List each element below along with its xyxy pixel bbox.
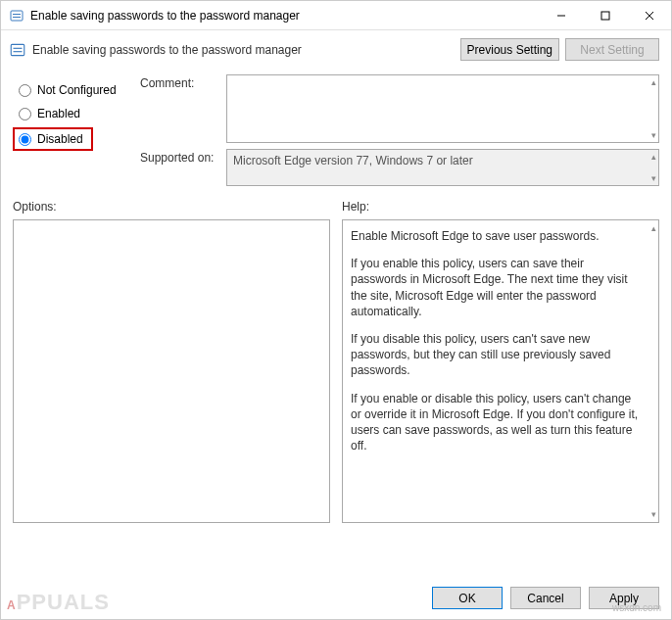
policy-editor-icon — [9, 8, 24, 24]
svg-rect-1 — [13, 14, 21, 15]
scroll-down-icon[interactable]: ▾ — [651, 130, 656, 140]
radio-enabled[interactable]: Enabled — [13, 102, 80, 125]
previous-setting-button[interactable]: Previous Setting — [460, 38, 559, 61]
help-paragraph: If you enable or disable this policy, us… — [351, 391, 641, 454]
cancel-button[interactable]: Cancel — [510, 587, 581, 609]
options-box — [13, 219, 330, 523]
radio-disabled[interactable]: Disabled — [13, 127, 93, 151]
help-paragraph: If you enable this policy, users can sav… — [351, 256, 641, 319]
options-label: Options: — [13, 200, 330, 214]
radio-disabled-label: Disabled — [37, 132, 83, 146]
ok-button[interactable]: OK — [432, 587, 503, 609]
supported-row: Supported on: Microsoft Edge version 77,… — [140, 149, 659, 186]
radio-not-configured-label: Not Configured — [37, 83, 117, 97]
help-column: Help: Enable Microsoft Edge to save user… — [342, 200, 659, 523]
scroll-down-icon[interactable]: ▾ — [651, 508, 656, 520]
window-title: Enable saving passwords to the password … — [30, 9, 539, 23]
help-paragraph: If you disable this policy, users can't … — [351, 331, 641, 379]
supported-label: Supported on: — [140, 149, 226, 186]
radio-not-configured-input[interactable] — [19, 84, 31, 97]
supported-on-text: Microsoft Edge version 77, Windows 7 or … — [226, 149, 659, 186]
brand-watermark: APPUALS — [7, 590, 110, 615]
radio-not-configured[interactable]: Not Configured — [13, 78, 117, 102]
help-label: Help: — [342, 200, 659, 214]
svg-rect-8 — [14, 47, 23, 48]
svg-rect-7 — [11, 44, 24, 55]
maximize-button[interactable] — [583, 1, 627, 29]
scroll-up-icon[interactable]: ▴ — [651, 222, 656, 234]
policy-title: Enable saving passwords to the password … — [32, 43, 460, 57]
svg-rect-9 — [14, 51, 23, 52]
next-setting-button[interactable]: Next Setting — [565, 38, 659, 61]
state-radio-group: Not Configured Enabled Disabled — [13, 74, 140, 192]
minimize-button[interactable] — [539, 1, 583, 29]
options-column: Options: — [13, 200, 330, 523]
lower-area: Options: Help: Enable Microsoft Edge to … — [1, 200, 671, 523]
supported-value: Microsoft Edge version 77, Windows 7 or … — [233, 154, 473, 167]
radio-enabled-input[interactable] — [19, 108, 31, 120]
svg-rect-4 — [601, 12, 609, 20]
comment-label: Comment: — [140, 74, 226, 143]
scroll-up-icon[interactable]: ▴ — [651, 77, 656, 87]
comment-textarea[interactable]: ▴ ▾ — [226, 74, 659, 143]
radio-enabled-label: Enabled — [37, 107, 80, 120]
svg-rect-0 — [11, 11, 23, 21]
subheader: Enable saving passwords to the password … — [1, 30, 671, 69]
close-button[interactable] — [627, 1, 671, 29]
nav-buttons: Previous Setting Next Setting — [460, 38, 659, 61]
fields-column: Comment: ▴ ▾ Supported on: Microsoft Edg… — [140, 74, 659, 192]
comment-row: Comment: ▴ ▾ — [140, 74, 659, 143]
help-text: Enable Microsoft Edge to save user passw… — [342, 219, 659, 523]
main-settings: Not Configured Enabled Disabled Comment:… — [1, 74, 671, 192]
titlebar: Enable saving passwords to the password … — [1, 1, 671, 30]
help-paragraph: Enable Microsoft Edge to save user passw… — [351, 228, 641, 244]
scroll-up-icon[interactable]: ▴ — [651, 152, 656, 162]
policy-icon — [9, 41, 26, 59]
svg-rect-2 — [13, 17, 21, 18]
radio-disabled-input[interactable] — [19, 133, 31, 146]
scroll-down-icon[interactable]: ▾ — [651, 173, 656, 183]
site-watermark: wsxdn.com — [612, 602, 661, 613]
window-controls — [539, 1, 671, 29]
